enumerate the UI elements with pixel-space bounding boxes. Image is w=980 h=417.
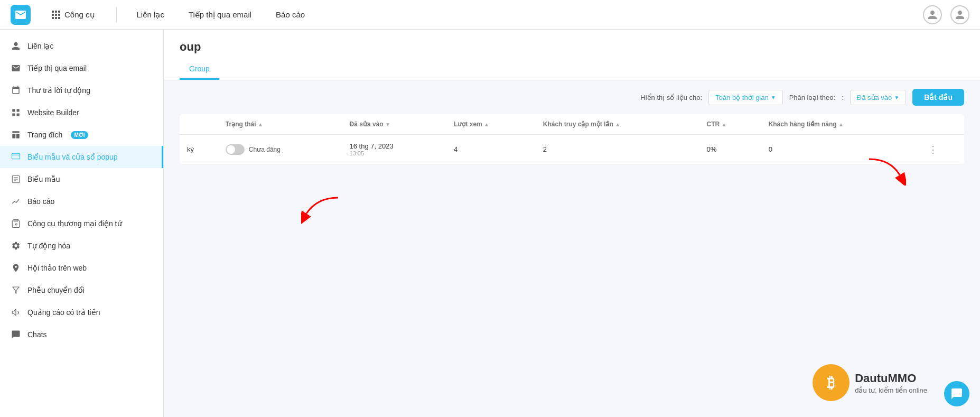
svg-rect-2 — [12, 114, 15, 116]
watermark-tagline: đầu tư, kiếm tiền online — [855, 386, 927, 394]
logo[interactable] — [11, 5, 31, 25]
chat-bubble-button[interactable] — [944, 381, 969, 406]
svg-rect-6 — [16, 134, 20, 138]
table-container: Trạng thái ▲ Đã sửa vào ▼ Lượt xem ▲ — [164, 114, 980, 164]
edit-filter-label: Đã sửa vào — [857, 94, 892, 101]
sidebar-item-bao-cao[interactable]: Báo cáo — [0, 190, 163, 212]
svg-rect-0 — [12, 109, 15, 112]
sidebar-arrow-annotation — [301, 192, 343, 226]
sidebar-label-bieu-mau-popup: Biểu mẫu và cửa sổ popup — [27, 153, 118, 161]
sidebar-item-thu-tra-loi[interactable]: Thư trả lời tự động — [0, 79, 163, 101]
sidebar-item-bieu-mau[interactable]: Biểu mẫu — [0, 168, 163, 190]
sidebar-label-trang-dich: Trang đích — [27, 131, 62, 139]
svg-rect-1 — [17, 109, 20, 112]
main-content: oup Group Hiển thị số liệu cho: Toàn bộ … — [164, 30, 980, 417]
sort-icon-status: ▲ — [258, 122, 263, 127]
sidebar-item-website-builder[interactable]: Website Builder — [0, 101, 163, 124]
data-table: Trạng thái ▲ Đã sửa vào ▼ Lượt xem ▲ — [180, 114, 964, 164]
classify-label: Phân loại theo: — [789, 94, 836, 101]
sidebar-label-thu-tra-loi: Thư trả lời tự động — [27, 86, 90, 95]
status-text: Chưa đăng — [249, 146, 281, 153]
col-leads[interactable]: Khách hàng tiềm năng ▲ — [761, 114, 921, 135]
sidebar-label-quang-cao: Quảng cáo có trả tiền — [27, 308, 100, 317]
chevron-down-icon: ▼ — [771, 95, 776, 100]
status-toggle[interactable] — [226, 144, 245, 155]
bag-icon — [11, 218, 21, 229]
gear-icon — [11, 240, 21, 251]
classify-colon: : — [842, 94, 844, 101]
sidebar-label-hoi-thao: Hội thảo trên web — [27, 264, 87, 272]
col-name — [180, 114, 218, 135]
row-views: 4 — [446, 135, 536, 164]
col-views[interactable]: Lượt xem ▲ — [446, 114, 536, 135]
row-unique: 2 — [536, 135, 699, 164]
tab-group[interactable]: Group — [180, 59, 219, 80]
nav-lien-lac[interactable]: Liên lạc — [133, 7, 169, 23]
topnav: Công cụ Liên lạc Tiếp thị qua email Báo … — [0, 0, 980, 30]
sidebar-item-chats[interactable]: Chats — [0, 323, 163, 346]
sort-icon-ctr: ▲ — [721, 122, 726, 127]
row-edited: 16 thg 7, 2023 13:05 — [342, 135, 447, 164]
sidebar-item-lien-lac[interactable]: Liên lạc — [0, 35, 163, 57]
user-icon[interactable] — [950, 5, 969, 24]
sidebar-item-bieu-mau-popup[interactable]: Biểu mẫu và cửa sổ popup — [0, 146, 163, 168]
watermark-logo: ₿ — [813, 364, 850, 401]
sidebar: Liên lạc Tiếp thị qua email Thư trả lời … — [0, 30, 164, 417]
nav-bao-cao[interactable]: Báo cáo — [272, 7, 309, 22]
sort-icon-views: ▲ — [484, 122, 489, 127]
chat-icon — [11, 329, 21, 340]
profile-icon[interactable] — [923, 5, 942, 24]
sidebar-item-tiep-thi[interactable]: Tiếp thị qua email — [0, 57, 163, 79]
start-button[interactable]: Bắt đầu — [912, 89, 964, 106]
edit-chevron-icon: ▼ — [894, 95, 899, 100]
col-status[interactable]: Trạng thái ▲ — [218, 114, 342, 135]
row-status: Chưa đăng — [218, 135, 342, 164]
col-ctr[interactable]: CTR ▲ — [699, 114, 761, 135]
nav-tiep-thi[interactable]: Tiếp thị qua email — [184, 7, 256, 23]
watermark-brand: DautuMMO — [855, 371, 927, 386]
sidebar-label-tiep-thi: Tiếp thị qua email — [27, 64, 87, 72]
location-icon — [11, 263, 21, 273]
topnav-right — [923, 5, 969, 24]
chart-icon — [11, 196, 21, 207]
sort-icon-edited: ▼ — [385, 122, 390, 127]
tools-menu[interactable]: Công cụ — [46, 7, 100, 23]
edited-date: 16 thg 7, 2023 — [350, 142, 440, 150]
svg-rect-5 — [12, 134, 15, 138]
sidebar-item-thuong-mai[interactable]: Công cụ thương mại điện tử — [0, 212, 163, 235]
nav-separator — [116, 7, 117, 23]
layout: Liên lạc Tiếp thị qua email Thư trả lời … — [0, 30, 980, 417]
grid-icon — [52, 11, 60, 19]
layout-icon — [11, 129, 21, 140]
sort-icon-leads: ▲ — [838, 122, 844, 127]
website-icon — [11, 107, 21, 118]
megaphone-icon — [11, 307, 21, 318]
svg-rect-7 — [12, 153, 20, 159]
row-menu[interactable]: ⋮ — [921, 135, 964, 164]
svg-rect-3 — [17, 114, 20, 116]
sidebar-item-tu-dong-hoa[interactable]: Tự động hóa — [0, 235, 163, 257]
col-unique[interactable]: Khách truy cập một lần ▲ — [536, 114, 699, 135]
sidebar-item-pheu[interactable]: Phễu chuyển đổi — [0, 279, 163, 301]
time-filter-btn[interactable]: Toàn bộ thời gian ▼ — [708, 90, 782, 105]
sidebar-item-hoi-thao[interactable]: Hội thảo trên web — [0, 257, 163, 279]
mail-icon — [11, 63, 21, 73]
row-name-suffix: ký — [180, 135, 218, 164]
more-options-icon[interactable]: ⋮ — [928, 144, 938, 155]
sidebar-item-quang-cao[interactable]: Quảng cáo có trả tiền — [0, 301, 163, 323]
new-badge: MỚI — [71, 131, 88, 139]
row-leads: 0 — [761, 135, 921, 164]
sidebar-label-pheu: Phễu chuyển đổi — [27, 286, 85, 294]
edit-filter-btn[interactable]: Đã sửa vào ▼ — [850, 90, 906, 105]
funnel-icon — [11, 285, 21, 295]
calendar-icon — [11, 85, 21, 96]
table-row: ký Chưa đăng 16 thg 7, 2023 13:05 — [180, 135, 964, 164]
page-header: oup Group — [164, 30, 980, 80]
col-edited[interactable]: Đã sửa vào ▼ — [342, 114, 447, 135]
row-ctr: 0% — [699, 135, 761, 164]
form-icon — [11, 174, 21, 184]
col-actions — [921, 114, 964, 135]
sidebar-item-trang-dich[interactable]: Trang đích MỚI — [0, 124, 163, 146]
sidebar-label-bao-cao: Báo cáo — [27, 197, 54, 206]
sidebar-label-thuong-mai: Công cụ thương mại điện tử — [27, 219, 122, 228]
